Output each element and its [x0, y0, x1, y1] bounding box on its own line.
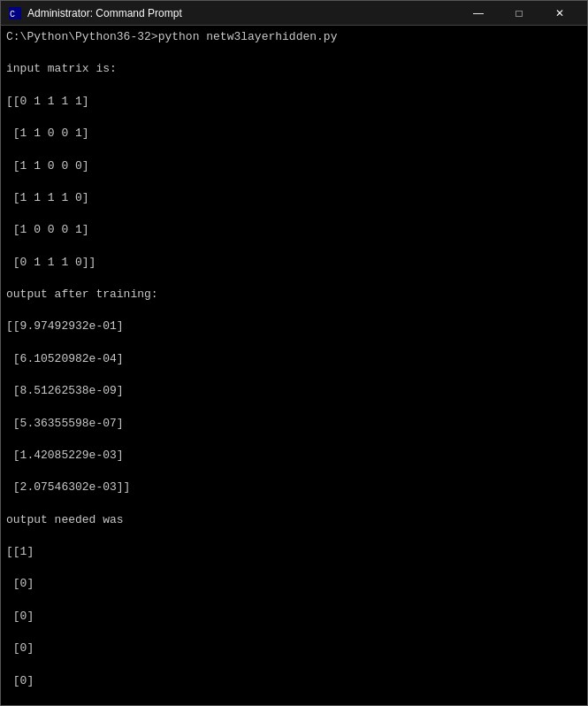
console-line: [[0 1 1 1 1] [6, 94, 582, 110]
console-line: [0] [6, 673, 582, 689]
window-title: Administrator: Command Prompt [27, 7, 458, 19]
console-line: [1.42085229e-03] [6, 448, 582, 464]
console-line: [1 1 0 0 1] [6, 126, 582, 142]
command-prompt-window: C Administrator: Command Prompt — □ ✕ C:… [0, 0, 588, 706]
console-line: [6.10520982e-04] [6, 351, 582, 367]
minimize-button[interactable]: — [458, 1, 499, 26]
console-line: [5.36355598e-07] [6, 416, 582, 432]
console-line: [1 1 0 0 0] [6, 158, 582, 174]
console-line: [0 1 1 1 0]] [6, 255, 582, 271]
console-line: [8.51262538e-09] [6, 383, 582, 399]
console-line: output needed was [6, 512, 582, 528]
console-line: [2.07546302e-03]] [6, 480, 582, 495]
console-line: [[1] [6, 544, 582, 560]
close-button[interactable]: ✕ [539, 1, 580, 26]
console-line: input matrix is: [6, 61, 582, 77]
svg-text:C: C [10, 10, 15, 19]
console-line: [0] [6, 609, 582, 625]
maximize-button[interactable]: □ [499, 1, 539, 26]
console-line: [0] [6, 576, 582, 592]
console-line: output after training: [6, 287, 582, 303]
console-output: C:\Python\Python36-32>python netw3layerh… [1, 26, 587, 705]
window-controls: — □ ✕ [458, 1, 580, 26]
console-line: [1 1 1 1 0] [6, 190, 582, 206]
title-bar: C Administrator: Command Prompt — □ ✕ [1, 1, 587, 26]
console-line: [0] [6, 641, 582, 656]
console-line: C:\Python\Python36-32>python netw3layerh… [6, 29, 582, 45]
console-line: [[9.97492932e-01] [6, 318, 582, 334]
cmd-icon: C [8, 6, 22, 20]
console-line: [1 0 0 0 1] [6, 222, 582, 238]
